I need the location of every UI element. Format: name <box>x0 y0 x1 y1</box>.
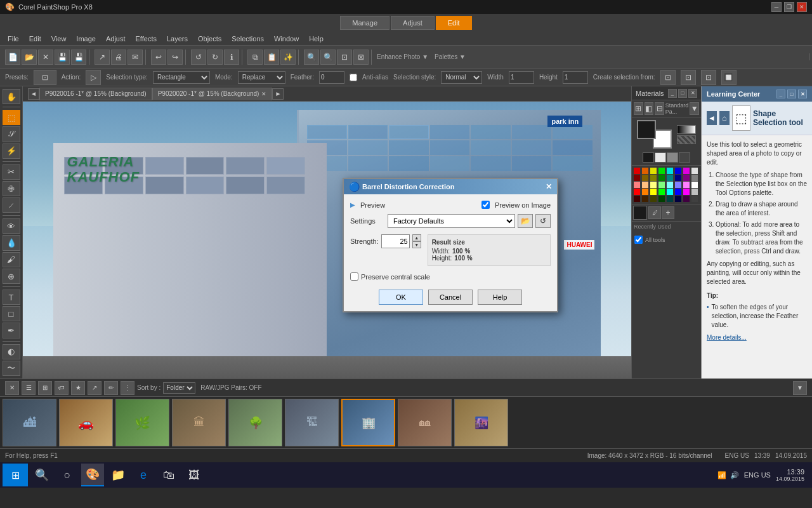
height-input[interactable] <box>563 71 588 84</box>
lc-restore[interactable]: □ <box>787 90 796 98</box>
color-swatch-3[interactable] <box>667 152 678 163</box>
rotate-right-button[interactable]: ↻ <box>207 50 223 65</box>
create-sel-icon[interactable]: 🔲 <box>721 70 737 85</box>
color-cell-15[interactable] <box>691 175 698 181</box>
color-cell-6[interactable] <box>683 168 690 174</box>
palettes-label[interactable]: Palettes ▼ <box>435 53 466 60</box>
thumb-9[interactable]: 🌆 <box>454 399 508 446</box>
color-cell-37[interactable] <box>675 196 681 202</box>
edge-button[interactable]: e <box>132 464 155 486</box>
color-swatch-2[interactable] <box>655 152 666 163</box>
selection-tool[interactable]: ⬚ <box>3 110 20 125</box>
adjust-mode-button[interactable]: Adjust <box>391 16 435 30</box>
magic-wand-tool[interactable]: ⚡ <box>3 144 20 159</box>
save-as-button[interactable]: 💾 <box>71 50 86 65</box>
gradient-swatch[interactable] <box>677 125 696 134</box>
copy-button[interactable]: ⧉ <box>247 50 263 65</box>
palette-view-1[interactable]: ⊞ <box>634 102 643 115</box>
open-file-button[interactable]: 📂 <box>22 50 37 65</box>
color-swatch-4[interactable] <box>679 152 690 163</box>
color-cell-10[interactable] <box>650 175 657 181</box>
color-cell-24[interactable] <box>634 189 640 195</box>
color-cell-8[interactable] <box>634 175 640 181</box>
actual-size-button[interactable]: ⊠ <box>353 50 369 65</box>
fg-swatch[interactable] <box>637 120 656 139</box>
rotate-button[interactable]: ↺ <box>191 50 206 65</box>
picker-btn[interactable]: 🖊 <box>648 206 661 219</box>
thumb-2[interactable]: 🚗 <box>59 399 113 446</box>
strength-down-button[interactable]: ▼ <box>412 241 421 248</box>
color-cell-30[interactable] <box>683 189 690 195</box>
file-explorer-button[interactable]: 📁 <box>107 464 129 486</box>
save-button[interactable]: 💾 <box>55 50 70 65</box>
tab-next-button[interactable]: ► <box>272 88 284 100</box>
color-cell-14[interactable] <box>683 175 690 181</box>
color-cell-32[interactable] <box>634 196 640 202</box>
all-tools-checkbox[interactable] <box>634 236 643 244</box>
color-cell-38[interactable] <box>683 196 690 202</box>
zoom-in-button[interactable]: 🔍 <box>304 50 319 65</box>
color-cell-16[interactable] <box>634 182 640 188</box>
thumb-5[interactable]: 🌳 <box>228 399 282 446</box>
new-file-button[interactable]: 📄 <box>5 50 20 65</box>
materials-close[interactable]: ✕ <box>688 89 697 98</box>
menu-selections[interactable]: Selections <box>226 34 269 44</box>
share-button[interactable]: ↗ <box>95 50 110 65</box>
smear-tool[interactable]: 〜 <box>3 361 20 376</box>
color-cell-29[interactable] <box>675 189 681 195</box>
menu-layers[interactable]: Layers <box>162 34 193 44</box>
mode-select[interactable]: Replace Add Remove <box>238 71 285 84</box>
lc-close[interactable]: ✕ <box>798 90 807 98</box>
palette-menu[interactable]: ▼ <box>690 102 699 115</box>
color-cell-20[interactable] <box>667 182 673 188</box>
menu-objects[interactable]: Objects <box>193 34 226 44</box>
cancel-button[interactable]: Cancel <box>428 290 473 305</box>
fs-grid-button[interactable]: ⊞ <box>38 381 52 395</box>
color-cell-23[interactable] <box>691 182 698 188</box>
color-cell-2[interactable] <box>650 168 657 174</box>
thumb-6[interactable]: 🏗 <box>285 399 339 446</box>
lc-more-link[interactable]: More details... <box>707 334 747 341</box>
menu-adjust[interactable]: Adjust <box>101 34 131 44</box>
create-sel-1[interactable]: ⊡ <box>660 70 676 85</box>
color-cell-11[interactable] <box>658 175 665 181</box>
create-sel-2[interactable]: ⊡ <box>681 70 696 85</box>
width-input[interactable] <box>509 71 534 84</box>
pan-tool[interactable]: ✋ <box>3 89 20 104</box>
tab-1-close[interactable]: ✕ <box>261 91 266 97</box>
color-cell-18[interactable] <box>650 182 657 188</box>
color-cell-28[interactable] <box>667 189 673 195</box>
create-sel-3[interactable]: ⊡ <box>701 70 716 85</box>
clone-tool[interactable]: ⊕ <box>3 269 20 284</box>
palette-view-2[interactable]: ◧ <box>645 102 654 115</box>
color-cell-26[interactable] <box>650 189 657 195</box>
color-cell-34[interactable] <box>650 196 657 202</box>
color-cell-33[interactable] <box>642 196 648 202</box>
strength-input[interactable] <box>381 234 410 248</box>
color-cell-7[interactable] <box>691 168 698 174</box>
color-swatch-1[interactable] <box>643 152 654 163</box>
start-button[interactable]: ⊞ <box>3 464 28 486</box>
dodge-tool[interactable]: ◐ <box>3 344 20 359</box>
thumb-1[interactable]: 🏙 <box>3 399 56 446</box>
settings-select[interactable]: Factory Defaults <box>388 214 515 228</box>
lc-back-button[interactable]: ◄ <box>707 111 717 125</box>
presets-button[interactable]: ⊡ <box>34 70 56 85</box>
fs-edit-button[interactable]: ✏ <box>104 381 118 395</box>
color-cell-39[interactable] <box>691 196 698 202</box>
fs-collapse-button[interactable]: ▼ <box>793 381 807 395</box>
thumb-7[interactable]: 🏢 <box>341 399 395 446</box>
fs-folder-select[interactable]: Folder <box>163 382 195 394</box>
color-cell-9[interactable] <box>642 175 648 181</box>
freehand-tool[interactable]: 𝒮 <box>3 126 20 142</box>
search-taskbar-button[interactable]: 🔍 <box>30 464 53 486</box>
dialog-close-button[interactable]: ✕ <box>546 182 552 191</box>
tab-0[interactable]: P9020016 -1* @ 15% (Background) <box>39 88 152 100</box>
fs-star-button[interactable]: ★ <box>71 381 85 395</box>
move-tool[interactable]: ✙ <box>3 181 20 196</box>
preserve-checkbox[interactable] <box>350 272 358 281</box>
close-button[interactable]: ✕ <box>797 2 807 12</box>
info-button[interactable]: ℹ <box>224 50 239 65</box>
preview-on-image-checkbox[interactable] <box>481 201 490 209</box>
color-cell-3[interactable] <box>658 168 665 174</box>
